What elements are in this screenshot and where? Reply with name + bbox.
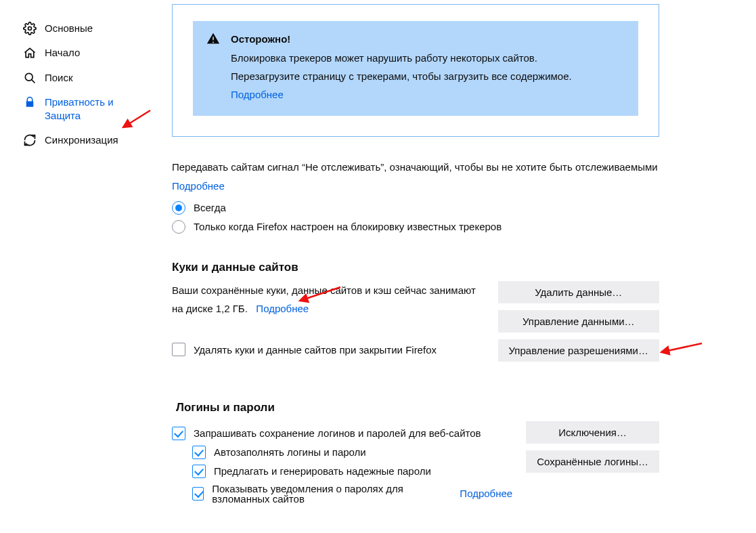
settings-sidebar: Основные Начало Поиск Приватность и Защи… — [0, 0, 158, 153]
sidebar-item-sync[interactable]: Синхронизация — [0, 128, 158, 152]
autofill-logins-checkbox[interactable] — [192, 446, 206, 459]
sidebar-item-search[interactable]: Поиск — [0, 66, 158, 90]
home-icon — [23, 46, 37, 60]
sync-icon — [23, 133, 37, 147]
annotation-arrow-3 — [658, 340, 705, 359]
svg-point-0 — [28, 27, 32, 30]
sidebar-item-label: Начало — [45, 46, 152, 60]
delete-cookies-on-close-row[interactable]: Удалять куки и данные сайтов при закрыти… — [172, 341, 485, 359]
ask-save-logins-label: Запрашивать сохранение логинов и паролей… — [194, 428, 481, 438]
manage-data-button[interactable]: Управление данными… — [498, 310, 659, 333]
saved-logins-button[interactable]: Сохранённые логины… — [526, 450, 659, 473]
login-exceptions-button[interactable]: Исключения… — [526, 421, 659, 444]
lock-icon — [23, 95, 37, 109]
cookies-learn-more-link[interactable]: Подробнее — [256, 303, 309, 314]
autofill-logins-row[interactable]: Автозаполнять логины и пароли — [192, 446, 512, 459]
svg-point-1 — [25, 73, 32, 81]
cookies-usage-text: Ваши сохранённые куки, данные сайтов и к… — [172, 281, 485, 318]
logins-heading: Логины и пароли — [172, 401, 659, 414]
sidebar-item-label: Приватность и Защита — [45, 95, 152, 123]
dnt-always-label: Всегда — [194, 202, 226, 213]
dnt-always-radio[interactable] — [172, 201, 185, 215]
alert-line-1: Блокировка трекеров может нарушить работ… — [231, 49, 625, 67]
svg-line-5 — [661, 343, 702, 352]
dnt-only-blocking-radio[interactable] — [172, 220, 185, 234]
sidebar-item-privacy[interactable]: Приватность и Защита — [0, 90, 158, 129]
settings-main: Осторожно! Блокировка трекеров может нар… — [172, 0, 659, 509]
dnt-only-blocking-label: Только когда Firefox настроен на блокиро… — [194, 221, 502, 232]
cookies-section: Ваши сохранённые куки, данные сайтов и к… — [172, 281, 659, 364]
alert-learn-more-link[interactable]: Подробнее — [231, 89, 284, 100]
delete-cookies-on-close-label: Удалять куки и данные сайтов при закрыти… — [194, 341, 437, 359]
sidebar-item-label: Синхронизация — [45, 133, 152, 147]
svg-line-2 — [32, 79, 35, 83]
breach-alerts-row[interactable]: Показывать уведомления о паролях для взл… — [192, 484, 512, 504]
clear-data-button[interactable]: Удалить данные… — [498, 281, 659, 303]
generate-passwords-checkbox[interactable] — [192, 465, 206, 478]
alert-line-2: Перезагрузите страницу с трекерами, чтоб… — [231, 67, 625, 85]
tracking-alert-container: Осторожно! Блокировка трекеров может нар… — [172, 4, 659, 137]
sidebar-item-label: Поиск — [45, 71, 152, 85]
logins-section: Запрашивать сохранение логинов и паролей… — [172, 421, 659, 509]
cookies-heading: Куки и данные сайтов — [172, 261, 659, 274]
alert-heading: Осторожно! — [231, 33, 625, 45]
generate-passwords-row[interactable]: Предлагать и генерировать надежные парол… — [192, 465, 512, 478]
breach-learn-more-link[interactable]: Подробнее — [460, 488, 512, 498]
dnt-learn-more-link[interactable]: Подробнее — [172, 180, 225, 192]
dnt-only-blocking-row[interactable]: Только когда Firefox настроен на блокиро… — [172, 220, 659, 234]
sidebar-item-home[interactable]: Начало — [0, 41, 158, 65]
sidebar-item-label: Основные — [45, 22, 152, 35]
ask-save-logins-checkbox[interactable] — [172, 427, 185, 440]
cookies-usage-size: 1,2 ГБ. — [216, 303, 248, 314]
dnt-section: Передавать сайтам сигнал “Не отслеживать… — [172, 158, 659, 234]
dnt-description: Передавать сайтам сигнал “Не отслеживать… — [172, 158, 659, 176]
manage-permissions-button[interactable]: Управление разрешениями… — [498, 339, 659, 362]
breach-alerts-checkbox[interactable] — [192, 487, 204, 500]
ask-save-logins-row[interactable]: Запрашивать сохранение логинов и паролей… — [172, 427, 512, 440]
autofill-logins-label: Автозаполнять логины и пароли — [214, 447, 366, 457]
delete-cookies-on-close-checkbox[interactable] — [172, 343, 185, 356]
breach-alerts-label: Показывать уведомления о паролях для взл… — [212, 484, 454, 504]
sidebar-item-general[interactable]: Основные — [0, 16, 158, 41]
tracking-alert: Осторожно! Блокировка трекеров может нар… — [193, 21, 638, 116]
dnt-always-row[interactable]: Всегда — [172, 201, 659, 215]
search-icon — [23, 71, 37, 85]
generate-passwords-label: Предлагать и генерировать надежные парол… — [214, 466, 431, 476]
gear-icon — [23, 22, 37, 35]
warning-icon — [206, 32, 220, 45]
